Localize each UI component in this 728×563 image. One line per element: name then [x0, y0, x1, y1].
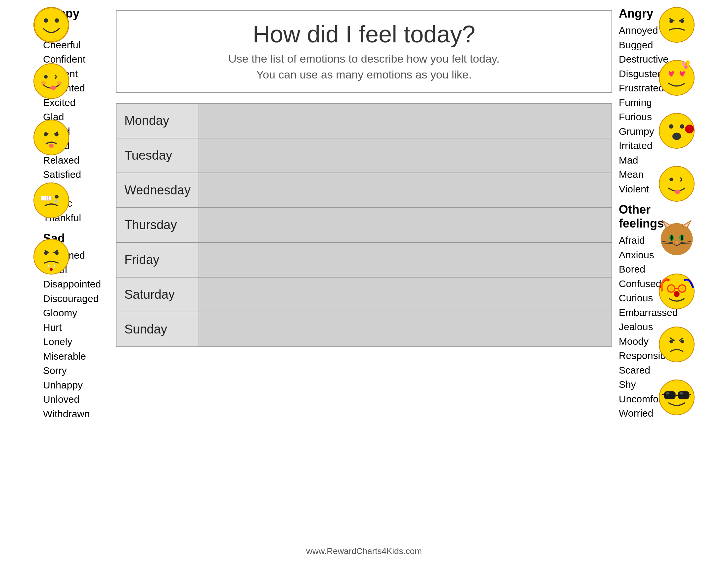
svg-point-5: [44, 75, 48, 78]
svg-point-64: [669, 340, 673, 344]
svg-point-42: [661, 223, 693, 255]
table-row[interactable]: Thursday: [116, 208, 612, 242]
day-content[interactable]: [199, 312, 612, 347]
day-content[interactable]: [199, 242, 612, 277]
svg-point-39: [659, 166, 694, 201]
svg-point-36: [680, 124, 684, 128]
svg-point-1: [44, 18, 48, 23]
header-subtitle: Use the list of emotions to describe how…: [130, 51, 598, 82]
svg-point-37: [672, 133, 681, 140]
svg-point-38: [685, 124, 694, 133]
day-content[interactable]: [199, 277, 612, 312]
svg-point-8: [50, 85, 56, 90]
svg-point-41: [674, 190, 680, 194]
day-label: Tuesday: [116, 138, 199, 173]
header-title: How did I feel today?: [130, 21, 598, 48]
header-box: How did I feel today? Use the list of em…: [116, 10, 612, 93]
day-content[interactable]: [199, 103, 612, 138]
svg-point-33: [684, 63, 687, 66]
day-label: Sunday: [116, 312, 199, 347]
day-label: Friday: [116, 242, 199, 277]
right-emoji-column: [625, 0, 728, 563]
day-content[interactable]: [199, 208, 612, 242]
angry-emoji-left: [33, 238, 69, 275]
svg-point-73: [680, 393, 683, 395]
cat-emoji: [659, 220, 695, 257]
svg-point-7: [57, 81, 62, 85]
svg-point-61: [680, 287, 684, 291]
svg-point-18: [55, 195, 59, 199]
day-label: Thursday: [116, 208, 199, 242]
svg-point-63: [659, 327, 694, 362]
sad-emoji-1: [33, 119, 69, 156]
svg-point-13: [34, 183, 69, 218]
svg-rect-12: [49, 144, 53, 148]
table-row[interactable]: Friday: [116, 242, 612, 277]
day-label: Saturday: [116, 277, 199, 312]
happy-emoji-1: [33, 7, 69, 43]
day-table: MondayTuesdayWednesdayThursdayFridaySatu…: [116, 103, 612, 347]
center-column: How did I feel today? Use the list of em…: [103, 0, 625, 357]
svg-point-50: [681, 235, 683, 241]
day-label: Wednesday: [116, 173, 199, 208]
svg-point-60: [669, 287, 673, 291]
wink-tongue-emoji: [659, 165, 695, 202]
svg-point-49: [670, 235, 673, 241]
sad-emoji-2: [33, 182, 69, 218]
table-row[interactable]: Monday: [116, 103, 612, 138]
svg-rect-68: [678, 391, 689, 399]
happy-emoji-2: [33, 63, 69, 99]
svg-point-0: [34, 7, 69, 42]
angry-emoji-1: [659, 7, 695, 43]
svg-rect-67: [664, 391, 676, 399]
svg-point-35: [669, 124, 673, 128]
day-label: Monday: [116, 103, 199, 138]
surprised-emoji: [659, 113, 695, 149]
svg-point-2: [55, 18, 59, 23]
svg-point-40: [669, 177, 673, 181]
svg-point-25: [50, 268, 53, 271]
svg-point-19: [55, 199, 57, 203]
svg-point-9: [34, 120, 69, 155]
day-content[interactable]: [199, 138, 612, 173]
left-emoji-column: [0, 0, 103, 563]
day-content[interactable]: [199, 173, 612, 208]
cool-emoji: [659, 379, 695, 416]
table-row[interactable]: Wednesday: [116, 173, 612, 208]
table-row[interactable]: Tuesday: [116, 138, 612, 173]
table-row[interactable]: Sunday: [116, 312, 612, 347]
svg-point-6: [41, 81, 46, 85]
svg-point-4: [34, 64, 69, 99]
footer-url: www.RewardCharts4Kids.com: [306, 546, 422, 556]
svg-point-26: [659, 7, 694, 42]
svg-point-62: [674, 291, 680, 297]
heart-eyes-emoji: [659, 60, 695, 96]
grumpy-emoji: [659, 326, 695, 363]
table-row[interactable]: Saturday: [116, 277, 612, 312]
svg-line-53: [662, 243, 673, 243]
clown-emoji: [659, 273, 695, 310]
svg-point-72: [666, 393, 669, 395]
svg-point-29: [659, 60, 694, 95]
svg-line-55: [680, 243, 691, 243]
svg-point-65: [680, 340, 684, 344]
